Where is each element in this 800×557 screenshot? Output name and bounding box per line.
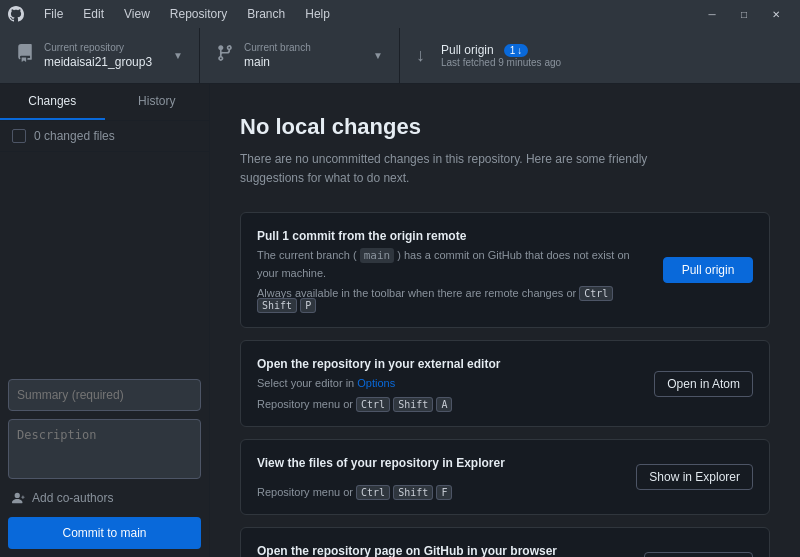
pull-origin-title: Pull origin bbox=[441, 43, 494, 57]
pull-origin-section: ↓ Pull origin 1 ↓ Last fetched 9 minutes… bbox=[400, 28, 800, 83]
close-button[interactable]: ✕ bbox=[760, 4, 792, 24]
menu-edit[interactable]: Edit bbox=[75, 5, 112, 23]
suggestion-editor-title: Open the repository in your external edi… bbox=[257, 357, 638, 371]
branch-name: main bbox=[244, 55, 311, 69]
show-in-explorer-button[interactable]: Show in Explorer bbox=[636, 464, 753, 490]
sidebar-tabs: Changes History bbox=[0, 84, 209, 121]
options-link[interactable]: Options bbox=[357, 377, 395, 389]
pull-origin-button[interactable]: Pull origin bbox=[663, 257, 753, 283]
summary-input[interactable] bbox=[8, 379, 201, 411]
maximize-button[interactable]: □ bbox=[728, 4, 760, 24]
menu-help[interactable]: Help bbox=[297, 5, 338, 23]
menu-repository[interactable]: Repository bbox=[162, 5, 235, 23]
repo-label: Current repository bbox=[44, 42, 152, 53]
changed-files-bar: 0 changed files bbox=[0, 121, 209, 152]
menu-bar: File Edit View Repository Branch Help bbox=[36, 5, 338, 23]
suggestion-github-title: Open the repository page on GitHub in yo… bbox=[257, 544, 628, 557]
select-all-checkbox[interactable] bbox=[12, 129, 26, 143]
no-changes-panel: No local changes There are no uncommitte… bbox=[240, 114, 770, 557]
branch-code: main bbox=[360, 248, 395, 263]
content-area: No local changes There are no uncommitte… bbox=[210, 84, 800, 557]
minimize-button[interactable]: ─ bbox=[696, 4, 728, 24]
person-add-icon bbox=[12, 491, 26, 505]
title-bar: File Edit View Repository Branch Help ─ … bbox=[0, 0, 800, 28]
suggestion-github: Open the repository page on GitHub in yo… bbox=[240, 527, 770, 557]
menu-file[interactable]: File bbox=[36, 5, 71, 23]
suggestion-editor-desc: Select your editor in Options bbox=[257, 375, 638, 392]
branch-label: Current branch bbox=[244, 42, 311, 53]
repo-chevron-icon: ▼ bbox=[173, 50, 183, 61]
commit-area: Add co-authors Commit to main bbox=[0, 347, 209, 558]
suggestion-explorer-shortcut: Repository menu or Ctrl Shift F bbox=[257, 486, 620, 498]
commit-button[interactable]: Commit to main bbox=[8, 517, 201, 549]
suggestion-explorer-desc bbox=[257, 474, 620, 480]
suggestion-pull-desc: The current branch ( main ) has a commit… bbox=[257, 247, 647, 281]
sidebar: Changes History 0 changed files Add co-a… bbox=[0, 84, 210, 557]
repo-selector[interactable]: Current repository meidaisai21_group3 ▼ bbox=[0, 28, 200, 83]
add-coauthor-button[interactable]: Add co-authors bbox=[8, 487, 201, 509]
suggestion-editor-shortcut: Repository menu or Ctrl Shift A bbox=[257, 398, 638, 410]
suggestion-pull-title: Pull 1 commit from the origin remote bbox=[257, 229, 647, 243]
suggestion-pull-shortcut: Always available in the toolbar when the… bbox=[257, 287, 647, 311]
changed-files-list bbox=[0, 152, 209, 347]
suggestion-explorer: View the files of your repository in Exp… bbox=[240, 439, 770, 515]
suggestion-external-editor: Open the repository in your external edi… bbox=[240, 340, 770, 427]
title-bar-left: File Edit View Repository Branch Help bbox=[8, 5, 338, 23]
pull-count-badge: 1 ↓ bbox=[504, 44, 529, 57]
suggestion-pull-origin: Pull 1 commit from the origin remote The… bbox=[240, 212, 770, 328]
repo-icon bbox=[16, 44, 34, 67]
no-changes-description: There are no uncommitted changes in this… bbox=[240, 150, 660, 188]
main-layout: Changes History 0 changed files Add co-a… bbox=[0, 84, 800, 557]
repo-name: meidaisai21_group3 bbox=[44, 55, 152, 69]
view-on-github-button[interactable]: View on GitHub bbox=[644, 552, 753, 557]
suggestion-explorer-title: View the files of your repository in Exp… bbox=[257, 456, 620, 470]
pull-arrow-icon: ↓ bbox=[416, 45, 425, 66]
changed-files-count: 0 changed files bbox=[34, 129, 115, 143]
menu-view[interactable]: View bbox=[116, 5, 158, 23]
toolbar: Current repository meidaisai21_group3 ▼ … bbox=[0, 28, 800, 84]
menu-branch[interactable]: Branch bbox=[239, 5, 293, 23]
branch-icon bbox=[216, 44, 234, 67]
window-controls: ─ □ ✕ bbox=[696, 4, 792, 24]
app-logo bbox=[8, 6, 24, 22]
open-in-atom-button[interactable]: Open in Atom bbox=[654, 371, 753, 397]
description-textarea[interactable] bbox=[8, 419, 201, 479]
no-changes-title: No local changes bbox=[240, 114, 770, 140]
branch-selector[interactable]: Current branch main ▼ bbox=[200, 28, 400, 83]
add-coauthor-label: Add co-authors bbox=[32, 491, 113, 505]
pull-subtitle: Last fetched 9 minutes ago bbox=[441, 57, 561, 68]
tab-changes[interactable]: Changes bbox=[0, 84, 105, 120]
branch-chevron-icon: ▼ bbox=[373, 50, 383, 61]
tab-history[interactable]: History bbox=[105, 84, 210, 120]
